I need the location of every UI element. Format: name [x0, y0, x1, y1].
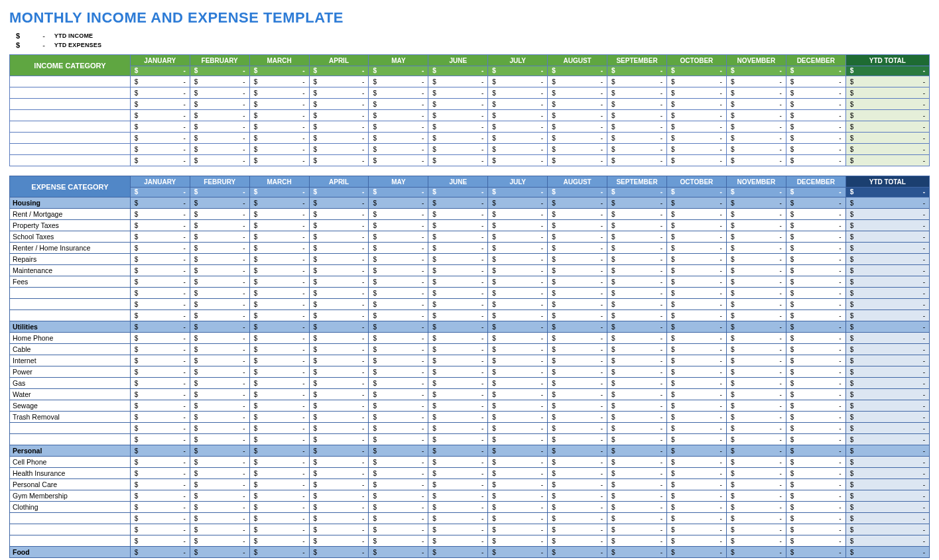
expense-month-cell[interactable]: $-: [190, 457, 249, 468]
expense-month-cell[interactable]: $-: [428, 209, 488, 220]
expense-month-cell[interactable]: $-: [488, 209, 548, 220]
income-month-cell[interactable]: $-: [488, 144, 548, 155]
expense-month-cell[interactable]: $-: [607, 243, 667, 254]
expense-month-cell[interactable]: $-: [309, 434, 369, 445]
expense-month-cell[interactable]: $-: [130, 243, 190, 254]
income-month-cell[interactable]: $-: [369, 87, 428, 99]
expense-month-cell[interactable]: $-: [726, 231, 786, 243]
expense-category-cell[interactable]: Gas: [10, 378, 131, 389]
expense-ytd-cell[interactable]: $-: [845, 299, 929, 310]
expense-ytd-cell[interactable]: $-: [845, 468, 929, 479]
income-ytd-cell[interactable]: $-: [845, 76, 929, 87]
expense-month-cell[interactable]: $-: [309, 457, 369, 468]
expense-month-cell[interactable]: $-: [249, 310, 309, 321]
expense-month-cell[interactable]: $-: [726, 490, 786, 502]
expense-month-cell[interactable]: $-: [369, 524, 428, 535]
expense-month-cell[interactable]: $-: [130, 524, 190, 535]
expense-month-cell[interactable]: $-: [786, 243, 845, 254]
income-month-cell[interactable]: $-: [488, 121, 548, 133]
expense-month-cell[interactable]: $-: [548, 524, 607, 535]
expense-month-cell[interactable]: $-: [726, 434, 786, 445]
expense-month-cell[interactable]: $-: [369, 366, 428, 378]
expense-month-cell[interactable]: $-: [190, 434, 249, 445]
expense-month-cell[interactable]: $-: [190, 400, 249, 412]
expense-month-cell[interactable]: $-: [607, 524, 667, 535]
expense-month-cell[interactable]: $-: [428, 344, 488, 355]
income-month-cell[interactable]: $-: [726, 144, 786, 155]
expense-month-cell[interactable]: $-: [488, 299, 548, 310]
income-month-cell[interactable]: $-: [309, 87, 369, 99]
expense-month-cell[interactable]: $-: [369, 502, 428, 513]
expense-month-cell[interactable]: $-: [488, 288, 548, 299]
expense-category-cell[interactable]: Trash Removal: [10, 412, 131, 423]
expense-month-cell[interactable]: $-: [249, 468, 309, 479]
expense-section-month-cell[interactable]: $-: [190, 197, 249, 209]
expense-section-month-cell[interactable]: $-: [786, 547, 845, 558]
expense-section-month-cell[interactable]: $-: [428, 321, 488, 333]
income-month-cell[interactable]: $-: [249, 87, 309, 99]
expense-month-cell[interactable]: $-: [786, 265, 845, 276]
expense-month-cell[interactable]: $-: [130, 333, 190, 344]
expense-category-cell[interactable]: [10, 513, 131, 524]
expense-month-cell[interactable]: $-: [249, 344, 309, 355]
expense-month-cell[interactable]: $-: [428, 490, 488, 502]
income-ytd-cell[interactable]: $-: [845, 99, 929, 110]
expense-month-cell[interactable]: $-: [309, 310, 369, 321]
expense-month-cell[interactable]: $-: [369, 265, 428, 276]
expense-section-month-cell[interactable]: $-: [249, 445, 309, 457]
income-month-cell[interactable]: $-: [726, 99, 786, 110]
expense-month-cell[interactable]: $-: [488, 434, 548, 445]
expense-section-month-cell[interactable]: $-: [369, 197, 428, 209]
expense-month-cell[interactable]: $-: [190, 502, 249, 513]
income-month-cell[interactable]: $-: [488, 87, 548, 99]
expense-month-cell[interactable]: $-: [666, 434, 726, 445]
expense-ytd-cell[interactable]: $-: [845, 490, 929, 502]
expense-section-month-cell[interactable]: $-: [369, 321, 428, 333]
expense-month-cell[interactable]: $-: [786, 209, 845, 220]
expense-month-cell[interactable]: $-: [726, 254, 786, 265]
expense-month-cell[interactable]: $-: [369, 468, 428, 479]
expense-month-cell[interactable]: $-: [309, 220, 369, 231]
expense-month-cell[interactable]: $-: [249, 389, 309, 400]
expense-ytd-cell[interactable]: $-: [845, 243, 929, 254]
expense-month-cell[interactable]: $-: [726, 220, 786, 231]
expense-month-cell[interactable]: $-: [786, 220, 845, 231]
expense-month-cell[interactable]: $-: [607, 254, 667, 265]
expense-month-cell[interactable]: $-: [130, 254, 190, 265]
expense-category-cell[interactable]: [10, 535, 131, 547]
expense-month-cell[interactable]: $-: [249, 333, 309, 344]
expense-month-cell[interactable]: $-: [488, 231, 548, 243]
expense-month-cell[interactable]: $-: [190, 254, 249, 265]
expense-month-cell[interactable]: $-: [309, 265, 369, 276]
expense-category-cell[interactable]: Internet: [10, 355, 131, 366]
expense-month-cell[interactable]: $-: [190, 535, 249, 547]
expense-month-cell[interactable]: $-: [607, 535, 667, 547]
expense-section-month-cell[interactable]: $-: [130, 547, 190, 558]
expense-category-cell[interactable]: [10, 299, 131, 310]
income-month-cell[interactable]: $-: [666, 76, 726, 87]
expense-month-cell[interactable]: $-: [607, 299, 667, 310]
expense-month-cell[interactable]: $-: [607, 490, 667, 502]
expense-month-cell[interactable]: $-: [726, 209, 786, 220]
expense-month-cell[interactable]: $-: [488, 378, 548, 389]
expense-month-cell[interactable]: $-: [488, 513, 548, 524]
expense-section-month-cell[interactable]: $-: [249, 321, 309, 333]
expense-month-cell[interactable]: $-: [548, 333, 607, 344]
expense-month-cell[interactable]: $-: [190, 366, 249, 378]
expense-section-ytd-cell[interactable]: $-: [845, 197, 929, 209]
expense-month-cell[interactable]: $-: [190, 209, 249, 220]
expense-month-cell[interactable]: $-: [309, 412, 369, 423]
expense-month-cell[interactable]: $-: [249, 299, 309, 310]
income-month-cell[interactable]: $-: [666, 133, 726, 144]
expense-month-cell[interactable]: $-: [607, 310, 667, 321]
income-category-cell[interactable]: [10, 87, 131, 99]
expense-month-cell[interactable]: $-: [786, 457, 845, 468]
income-ytd-cell[interactable]: $-: [845, 133, 929, 144]
expense-ytd-cell[interactable]: $-: [845, 288, 929, 299]
expense-month-cell[interactable]: $-: [249, 355, 309, 366]
expense-month-cell[interactable]: $-: [488, 423, 548, 434]
expense-month-cell[interactable]: $-: [428, 502, 488, 513]
income-month-cell[interactable]: $-: [548, 99, 607, 110]
income-month-cell[interactable]: $-: [130, 76, 190, 87]
expense-month-cell[interactable]: $-: [548, 265, 607, 276]
